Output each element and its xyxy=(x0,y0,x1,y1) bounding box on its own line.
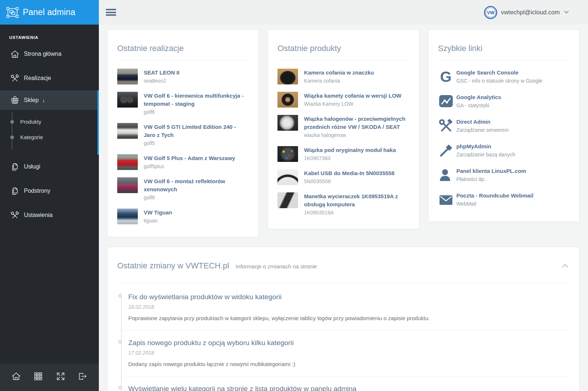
sidebar: Panel admina USTAWIENIA Strona główna Re… xyxy=(0,0,99,391)
item-code: Kamera cofania xyxy=(304,77,374,84)
collapse-chevron-up-icon[interactable] xyxy=(560,263,570,269)
app-title: Panel admina xyxy=(23,7,75,17)
card-title: Ostatnie produkty xyxy=(277,44,409,53)
entry-title: Zapis nowego produktu z opcją wyboru kil… xyxy=(128,338,570,347)
thumbnail-photo xyxy=(277,192,298,208)
produkt-item[interactable]: Wiązka halogenów - przeciwmgielnych prze… xyxy=(277,115,409,139)
sidebar-item-uslugi[interactable]: Usługi xyxy=(0,155,99,179)
card-ostatnie-zmiany: Ostatnie zmiany w VWTECH.pl Informacje o… xyxy=(107,247,580,391)
produkt-item[interactable]: Kabel USB do Media-In 5N0035558 5N003555… xyxy=(277,169,409,185)
thumbnail-photo xyxy=(117,69,138,84)
timeline-dot-icon xyxy=(118,294,122,298)
app-header: Panel admina xyxy=(0,0,99,25)
realizacja-item[interactable]: VW Tiguan tiguan xyxy=(117,209,249,224)
pages-icon xyxy=(10,186,19,196)
entry-title: Fix do wyświetlania produktów w widoku k… xyxy=(128,293,570,301)
item-slug: golf6 xyxy=(144,194,249,201)
link-subtitle: Płatności itp. xyxy=(456,175,526,183)
changelog-entry: Wyświetlanie wielu kategorii na stronie … xyxy=(117,376,570,391)
item-title: VW Golf 5 GTI Limited Edition 240 - Jaro… xyxy=(144,124,236,138)
sidebar-section-label: USTAWIENIA xyxy=(9,35,99,40)
thumbnail-photo xyxy=(117,209,138,224)
thumbnail-photo xyxy=(277,146,298,162)
home-icon xyxy=(10,49,19,59)
quick-link-google-search-console[interactable]: G Google Search Console GSC - info o sta… xyxy=(438,69,570,85)
menu-toggle-icon[interactable] xyxy=(106,8,116,17)
card-subtitle: Informacje o zmianach na stronie xyxy=(236,263,317,269)
produkt-item[interactable]: Manetka wycieraczek 1K0953519A z obsługą… xyxy=(277,192,409,216)
thumbnail-photo xyxy=(117,92,138,108)
sidebar-item-strona-glowna[interactable]: Strona główna xyxy=(0,42,99,66)
item-title: SEAT LEON II xyxy=(144,69,179,76)
tools-icon xyxy=(10,73,19,83)
item-title: VW Golf 6 - kierownica multifunkcyja - t… xyxy=(144,93,244,107)
produkt-item[interactable]: Wiązka pod oryginalny moduł haka 1K09073… xyxy=(277,146,409,162)
item-title: Kamera cofania w znaczku xyxy=(304,69,374,76)
entry-date: 18.02.2018 xyxy=(128,304,570,310)
thumbnail-photo xyxy=(117,123,138,139)
hammer-icon xyxy=(438,142,455,159)
timeline-dot-icon xyxy=(118,340,122,344)
realizacja-item[interactable]: VW Golf 6 - montaż reflektorów xenonowyc… xyxy=(117,177,249,201)
item-title: Kabel USB do Media-In 5N0035558 xyxy=(304,170,394,176)
produkt-item[interactable]: Wiązka kamety cofania w wersji LOW Wiazk… xyxy=(277,92,409,108)
card-ostatnie-realizacje: Ostatnie realizacje SEAT LEON II seatleo… xyxy=(107,29,259,237)
link-subtitle: Zarządzanie bazą danych xyxy=(456,151,515,158)
crossed-tools-icon xyxy=(438,118,455,134)
realizacja-item[interactable]: SEAT LEON II seatleon2 xyxy=(117,69,249,84)
svg-text:VW: VW xyxy=(487,10,494,15)
sidebar-item-realizacje[interactable]: Realizacje xyxy=(0,66,99,90)
bullet-dot-icon xyxy=(10,120,14,124)
link-subtitle: Zarządzanie serwerem xyxy=(456,126,509,134)
item-title: VW Golf 5 Plus - Adam z Warszawy xyxy=(144,155,235,161)
quick-link-google-analytics[interactable]: Google Analytics GA - statystyki xyxy=(438,93,570,109)
quick-link-poczta-webmail[interactable]: Poczta - Roundcube Webmail WebMail xyxy=(438,192,570,208)
realizacja-item[interactable]: VW Golf 5 GTI Limited Edition 240 - Jaro… xyxy=(117,123,249,147)
google-g-icon: G xyxy=(438,69,455,85)
fullscreen-icon[interactable] xyxy=(53,370,68,383)
thumbnail-photo xyxy=(277,169,298,185)
link-title: Google Analytics xyxy=(456,94,501,100)
item-title: Manetka wycieraczek 1K0953519A z obsługą… xyxy=(304,193,398,207)
logout-icon[interactable] xyxy=(75,370,90,383)
item-code: 5N0035558 xyxy=(304,178,394,185)
arrow-down-icon: ↓ xyxy=(42,97,45,103)
changelog-entry: Fix do wyświetlania produktów w widoku k… xyxy=(117,285,570,330)
produkt-item[interactable]: Kamera cofania w znaczku Kamera cofania xyxy=(277,69,409,84)
sidebar-footer xyxy=(0,364,99,391)
link-title: Direct Admin xyxy=(456,119,491,125)
item-code: Wiazka Kamery LOW xyxy=(304,100,401,108)
user-icon xyxy=(438,167,455,183)
sidebar-item-ustawienia[interactable]: Ustawienia xyxy=(0,203,99,227)
item-code: 1K0907383 xyxy=(304,155,396,162)
link-title: Google Search Console xyxy=(456,69,519,76)
link-title: Panel klienta LinuxPL.com xyxy=(456,168,526,174)
home-icon[interactable] xyxy=(9,370,24,383)
sidebar-item-sklep[interactable]: Sklep ↓ xyxy=(0,90,99,110)
quick-link-direct-admin[interactable]: Direct Admin Zarządzanie serwerem xyxy=(438,118,570,134)
subitem-label: Produkty xyxy=(20,119,41,125)
sidebar-item-label: Sklep xyxy=(24,97,39,104)
user-menu[interactable]: VW vwtechpl@icloud.com xyxy=(484,6,569,19)
sidebar-subitem-produkty[interactable]: Produkty xyxy=(0,114,99,130)
sidebar-item-podstrony[interactable]: Podstrony xyxy=(0,179,99,203)
app-logo-icon xyxy=(6,6,19,19)
thumbnail-photo xyxy=(277,92,298,108)
changelog-timeline: Fix do wyświetlania produktów w widoku k… xyxy=(117,283,570,391)
item-code: 1K0953519A xyxy=(304,209,409,216)
basket-icon xyxy=(10,95,19,105)
apps-grid-icon[interactable] xyxy=(31,370,46,383)
item-slug: golf5 xyxy=(144,140,249,147)
sidebar-subitem-kategorie[interactable]: Kategorie xyxy=(0,130,99,145)
quick-link-phpmyadmin[interactable]: phpMyAdmin Zarządzanie bazą danych xyxy=(438,142,570,159)
card-ostatnie-produkty: Ostatnie produkty Kamera cofania w znacz… xyxy=(268,29,419,229)
realizacja-item[interactable]: VW Golf 5 Plus - Adam z Warszawy golf5pl… xyxy=(117,154,249,170)
thumbnail-photo xyxy=(117,154,138,170)
quick-link-panel-klienta[interactable]: Panel klienta LinuxPL.com Płatności itp. xyxy=(438,167,570,183)
svg-text:G: G xyxy=(440,69,451,85)
main-content: Ostatnie realizacje SEAT LEON II seatleo… xyxy=(99,25,588,391)
realizacja-item[interactable]: VW Golf 6 - kierownica multifunkcyja - t… xyxy=(117,92,249,116)
sidebar-nav: Strona główna Realizacje xyxy=(0,42,99,227)
item-title: Wiązka halogenów - przeciwmgielnych prze… xyxy=(304,116,405,130)
entry-body: Dodany zapis nowego produktu łącznie z n… xyxy=(128,360,570,368)
